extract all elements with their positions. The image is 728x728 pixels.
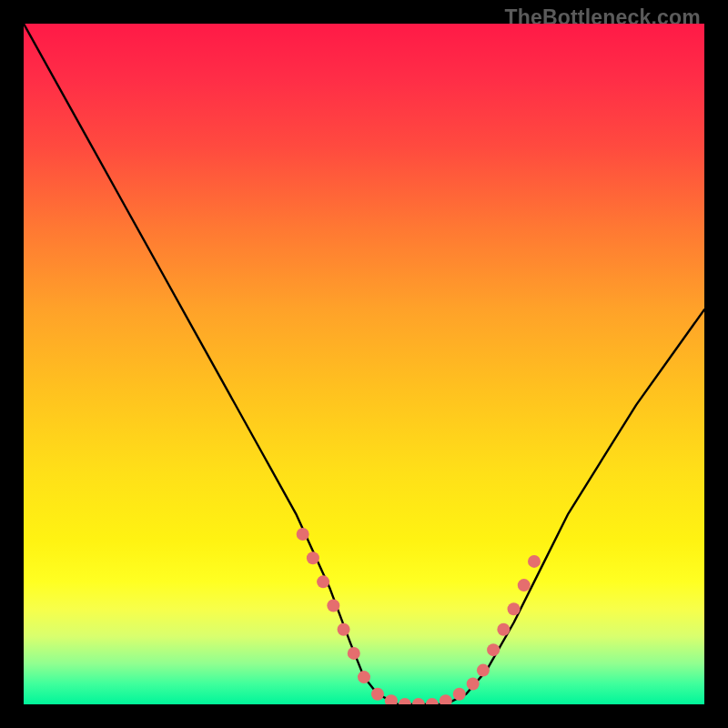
highlight-dot (338, 623, 350, 636)
highlight-dot (371, 688, 384, 701)
highlight-dot (453, 688, 466, 701)
highlight-dot (297, 528, 309, 541)
highlight-dot (528, 555, 541, 568)
chart-frame (24, 24, 704, 704)
highlight-dot (467, 678, 480, 691)
highlight-dot (317, 575, 329, 588)
highlight-dot (426, 698, 439, 704)
highlight-dot (399, 698, 411, 704)
highlight-dot (307, 551, 319, 564)
highlight-dot (497, 623, 510, 636)
chart-plot (24, 24, 704, 704)
highlight-dot (487, 643, 500, 656)
bottleneck-curve (24, 24, 704, 704)
highlight-dot (327, 600, 339, 612)
highlight-dot (412, 698, 425, 704)
highlight-dot (358, 671, 370, 683)
highlight-dot (440, 694, 452, 704)
highlight-dot (508, 602, 521, 615)
highlight-dot (477, 664, 490, 677)
highlight-dot (348, 647, 360, 660)
highlight-dot (518, 579, 531, 592)
highlight-dot (385, 694, 398, 704)
highlight-dots-group (297, 528, 541, 704)
